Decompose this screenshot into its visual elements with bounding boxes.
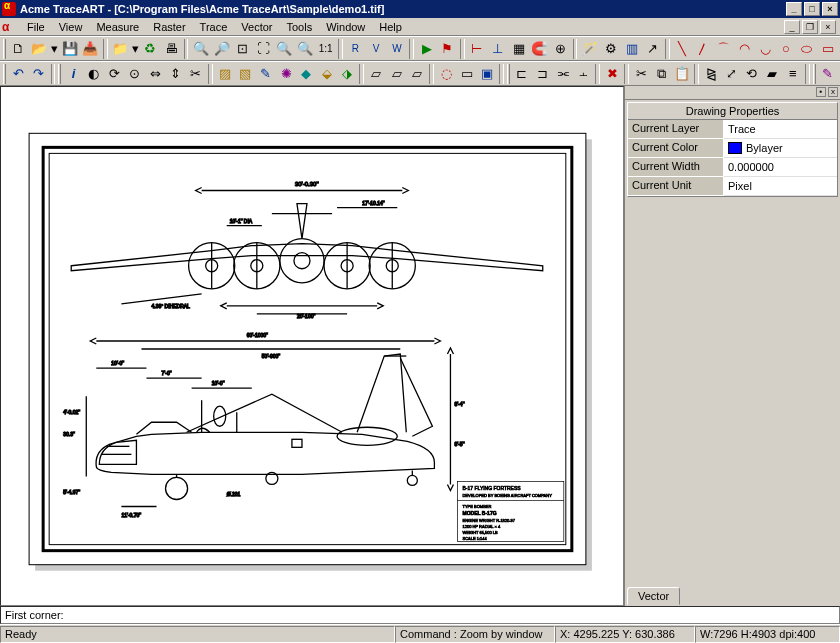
flag-icon[interactable]: ⚑ <box>437 38 458 60</box>
undo-icon[interactable]: ↶ <box>8 63 28 85</box>
open-icon[interactable]: 📂 <box>29 38 50 60</box>
zoom-out-icon[interactable]: 🔎 <box>211 38 232 60</box>
rect-icon[interactable]: ▭ <box>817 38 838 60</box>
reset-icon[interactable]: ⊙ <box>124 63 144 85</box>
arc2-icon[interactable]: ◠ <box>734 38 755 60</box>
segment-d-icon[interactable]: ⫠ <box>573 63 593 85</box>
bucket-icon[interactable]: ◆ <box>296 63 316 85</box>
close-button[interactable]: × <box>822 2 838 16</box>
stamp-icon[interactable]: ⬙ <box>317 63 337 85</box>
prop-value-layer[interactable]: Trace <box>724 120 837 139</box>
new-icon[interactable]: 🗋 <box>8 38 29 60</box>
circle-icon[interactable]: ○ <box>776 38 797 60</box>
toolbar-grip[interactable] <box>3 39 6 59</box>
snap-end-icon[interactable]: ⊢ <box>467 38 488 60</box>
zoom-region-icon[interactable]: ⊡ <box>232 38 253 60</box>
segment-a-icon[interactable]: ⊏ <box>512 63 532 85</box>
target-icon[interactable]: ⊕ <box>550 38 571 60</box>
minimize-button[interactable]: _ <box>786 2 802 16</box>
segment-b-icon[interactable]: ⊐ <box>532 63 552 85</box>
menu-window[interactable]: Window <box>319 20 372 34</box>
area-icon[interactable]: ▣ <box>477 63 497 85</box>
menu-trace[interactable]: Trace <box>193 20 235 34</box>
erase-med-icon[interactable]: ▱ <box>386 63 406 85</box>
rotate-icon[interactable]: ⟳ <box>104 63 124 85</box>
snap-grid-icon[interactable]: ▦ <box>508 38 529 60</box>
zoom-fit-icon[interactable]: ⛶ <box>253 38 274 60</box>
ellipse-icon[interactable]: ⬭ <box>796 38 817 60</box>
segment-c-icon[interactable]: ⫘ <box>553 63 573 85</box>
zoom-in-icon[interactable]: 🔍 <box>190 38 211 60</box>
gear-icon[interactable]: ⚙ <box>600 38 621 60</box>
line-icon[interactable]: ╲ <box>672 38 693 60</box>
save-icon[interactable]: 💾 <box>59 38 80 60</box>
zoom-1to1-icon[interactable]: 1:1 <box>315 38 336 60</box>
toolbar-grip[interactable] <box>813 64 816 84</box>
redo-icon[interactable]: ↷ <box>28 63 48 85</box>
snap-mid-icon[interactable]: ⊥ <box>487 38 508 60</box>
spray-icon[interactable]: ✺ <box>276 63 296 85</box>
tab-vector[interactable]: Vector <box>627 587 680 605</box>
menu-tools[interactable]: Tools <box>280 20 320 34</box>
mirror-icon[interactable]: ⧎ <box>701 63 721 85</box>
rotate2-icon[interactable]: ⟲ <box>742 63 762 85</box>
cut-icon[interactable]: ✂ <box>631 63 651 85</box>
drawing-canvas[interactable]: 30'-0.30" 17'-10.14" 10'-1" DIA 20'-100"… <box>0 86 624 606</box>
arc3-icon[interactable]: ◡ <box>755 38 776 60</box>
run-icon[interactable]: ▶ <box>416 38 437 60</box>
pointer-icon[interactable]: ↗ <box>642 38 663 60</box>
lasso-icon[interactable]: ◌ <box>436 63 456 85</box>
select-v-icon[interactable]: V <box>366 38 387 60</box>
align-icon[interactable]: ≡ <box>783 63 803 85</box>
zoom-extents-icon[interactable]: 🔍 <box>274 38 295 60</box>
save-as-icon[interactable]: 📥 <box>80 38 101 60</box>
doc-restore-button[interactable]: ❐ <box>802 20 818 34</box>
arc1-icon[interactable]: ⌒ <box>713 38 734 60</box>
flip-h-icon[interactable]: ⇔ <box>145 63 165 85</box>
flip-v-icon[interactable]: ⇕ <box>165 63 185 85</box>
command-input[interactable]: First corner: <box>0 606 840 624</box>
panel-pin-icon[interactable]: ▪ <box>816 87 826 97</box>
reload-icon[interactable]: ♻ <box>140 38 161 60</box>
pencil-icon[interactable]: ✎ <box>255 63 275 85</box>
panel-close-icon[interactable]: x <box>828 87 838 97</box>
doc-minimize-button[interactable]: _ <box>784 20 800 34</box>
polyline-icon[interactable]: 〳 <box>692 38 713 60</box>
zoom-actual-icon[interactable]: 🔍 <box>294 38 315 60</box>
maximize-button[interactable]: □ <box>804 2 820 16</box>
wand-icon[interactable]: 🪄 <box>579 38 600 60</box>
crop-icon[interactable]: ✂ <box>186 63 206 85</box>
erase-small-icon[interactable]: ▱ <box>366 63 386 85</box>
marker-icon[interactable]: ⬗ <box>337 63 357 85</box>
magnet-icon[interactable]: 🧲 <box>529 38 550 60</box>
select-w-icon[interactable]: W <box>386 38 407 60</box>
copy-icon[interactable]: ⧉ <box>652 63 672 85</box>
rect-select-icon[interactable]: ▭ <box>456 63 476 85</box>
menu-help[interactable]: Help <box>372 20 409 34</box>
delete-icon[interactable]: ✖ <box>602 63 622 85</box>
eyedrop-icon[interactable]: ✎ <box>818 63 838 85</box>
menu-vector[interactable]: Vector <box>234 20 279 34</box>
prop-value-color[interactable]: Bylayer <box>724 139 837 158</box>
menu-view[interactable]: View <box>52 20 90 34</box>
toolbar-grip[interactable] <box>58 64 61 84</box>
menu-measure[interactable]: Measure <box>89 20 146 34</box>
contrast-icon[interactable]: ◐ <box>84 63 104 85</box>
prop-value-width[interactable]: 0.000000 <box>724 158 837 177</box>
menu-file[interactable]: File <box>20 20 52 34</box>
brush-icon[interactable]: ▨ <box>215 63 235 85</box>
chart-icon[interactable]: ▥ <box>621 38 642 60</box>
folder-dropdown-icon[interactable]: ▾ <box>130 38 140 60</box>
toolbar-grip[interactable] <box>3 64 6 84</box>
fill-icon[interactable]: ▧ <box>235 63 255 85</box>
doc-close-button[interactable]: × <box>820 20 836 34</box>
menu-raster[interactable]: Raster <box>146 20 192 34</box>
print-icon[interactable]: 🖶 <box>161 38 182 60</box>
info-icon[interactable]: i <box>63 63 83 85</box>
erase-large-icon[interactable]: ▱ <box>407 63 427 85</box>
shear-icon[interactable]: ▰ <box>762 63 782 85</box>
toolbar-grip[interactable] <box>507 64 510 84</box>
open-dropdown-icon[interactable]: ▾ <box>50 38 60 60</box>
prop-value-unit[interactable]: Pixel <box>724 177 837 196</box>
paste-icon[interactable]: 📋 <box>672 63 692 85</box>
